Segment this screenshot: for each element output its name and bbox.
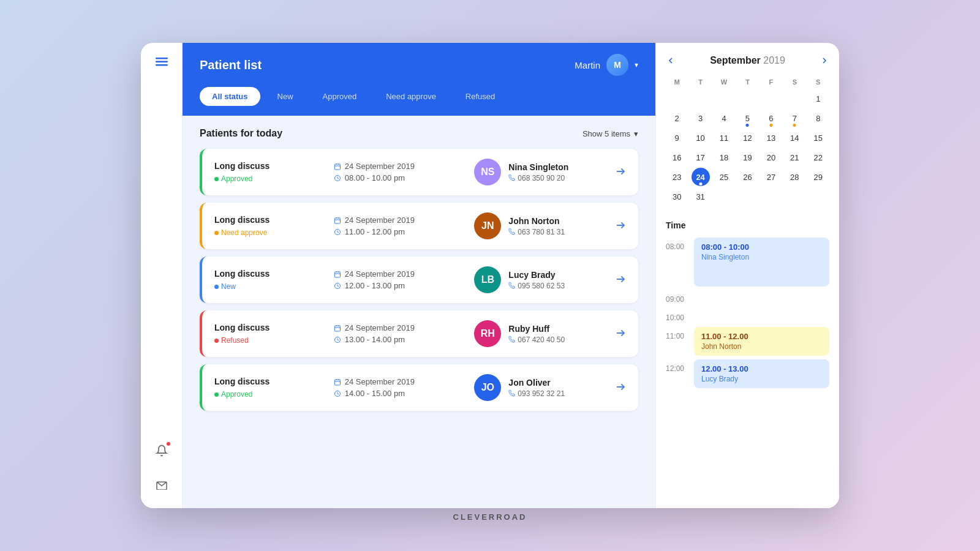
svg-rect-0 bbox=[156, 58, 168, 59]
tab-all-status[interactable]: All status bbox=[200, 87, 260, 106]
patient-arrow-button[interactable] bbox=[615, 328, 626, 340]
time-placeholder bbox=[694, 290, 829, 305]
calendar-day[interactable]: 31 bbox=[692, 187, 710, 206]
time-section: Time 08:00 08:00 - 10:00 Nina Singleton … bbox=[666, 220, 829, 392]
calendar-prev-button[interactable] bbox=[666, 56, 676, 66]
status-dot bbox=[214, 231, 219, 235]
time-event[interactable]: 12.00 - 13.00 Lucy Brady bbox=[694, 359, 829, 388]
show-items-button[interactable]: Show 5 items ▾ bbox=[582, 129, 638, 138]
patient-arrow-button[interactable] bbox=[615, 166, 626, 179]
user-menu[interactable]: Martin M ▾ bbox=[575, 54, 638, 76]
calendar-day[interactable]: 9 bbox=[668, 129, 686, 147]
calendar-day[interactable]: 21 bbox=[785, 148, 804, 167]
calendar-day[interactable]: 14 bbox=[785, 129, 804, 147]
svg-rect-28 bbox=[334, 380, 340, 385]
patient-card[interactable]: Long discuss Need approve 24 September 2… bbox=[200, 203, 638, 249]
calendar-day[interactable]: 5 bbox=[738, 109, 756, 127]
card-datetime: 24 September 2019 12.00 - 13.00 pm bbox=[334, 269, 462, 290]
calendar-day[interactable]: 25 bbox=[715, 168, 733, 186]
calendar-day[interactable]: 6 bbox=[762, 109, 780, 127]
calendar-day[interactable]: 19 bbox=[738, 148, 756, 167]
tab-new[interactable]: New bbox=[265, 87, 306, 106]
avatar: M bbox=[606, 54, 628, 76]
time-event[interactable]: 08:00 - 10:00 Nina Singleton bbox=[694, 238, 829, 287]
calendar-day[interactable]: 15 bbox=[809, 129, 827, 147]
calendar-day[interactable]: 16 bbox=[668, 148, 686, 167]
calendar-day[interactable]: 4 bbox=[715, 109, 733, 127]
patient-phone: 063 780 81 31 bbox=[508, 228, 565, 236]
calendar-day[interactable]: 27 bbox=[762, 168, 780, 186]
menu-icon[interactable] bbox=[156, 55, 168, 69]
calendar-day[interactable]: 23 bbox=[668, 168, 686, 186]
card-time: 14.00 - 15.00 pm bbox=[334, 389, 462, 398]
calendar-day[interactable]: 28 bbox=[785, 168, 804, 186]
calendar-header: September 2019 bbox=[666, 55, 829, 66]
card-type: Long discuss bbox=[214, 161, 322, 171]
svg-rect-4 bbox=[334, 164, 340, 170]
main-area: Patient list Martin M ▾ All status New A… bbox=[183, 43, 655, 508]
svg-rect-10 bbox=[334, 218, 340, 223]
calendar-day[interactable]: 3 bbox=[692, 109, 710, 127]
calendar-day[interactable]: 30 bbox=[668, 187, 686, 206]
calendar-day[interactable]: 2 bbox=[668, 109, 686, 127]
calendar-day-dot bbox=[746, 124, 749, 127]
time-event-title: 08:00 - 10:00 bbox=[701, 242, 822, 252]
calendar-next-button[interactable] bbox=[820, 56, 829, 66]
tab-approved[interactable]: Approved bbox=[311, 87, 369, 106]
patient-arrow-button[interactable] bbox=[615, 274, 626, 287]
patient-avatar: RH bbox=[474, 320, 501, 347]
card-datetime: 24 September 2019 13.00 - 14.00 pm bbox=[334, 323, 462, 344]
calendar-panel: September 2019 MTWTFSS123456789101112131… bbox=[655, 43, 839, 508]
calendar-day[interactable]: 8 bbox=[809, 109, 827, 127]
calendar-icon bbox=[334, 163, 341, 170]
card-status: Need approve bbox=[214, 228, 322, 237]
notification-icon[interactable] bbox=[151, 440, 173, 462]
patient-arrow-button[interactable] bbox=[615, 220, 626, 233]
status-text: New bbox=[221, 282, 236, 291]
calendar-day[interactable]: 11 bbox=[715, 129, 733, 147]
card-patient: RH Ruby Huff 067 420 40 50 bbox=[474, 320, 603, 347]
calendar-day[interactable]: 17 bbox=[692, 148, 710, 167]
patient-name: Nina Singleton bbox=[508, 162, 568, 172]
card-info: Long discuss Need approve bbox=[214, 215, 322, 237]
schedule-rows: 08:00 08:00 - 10:00 Nina Singleton 09:00… bbox=[666, 238, 829, 388]
card-info: Long discuss Approved bbox=[214, 161, 322, 183]
calendar-day[interactable]: 18 bbox=[715, 148, 733, 167]
calendar-day[interactable]: 10 bbox=[692, 129, 710, 147]
card-type: Long discuss bbox=[214, 377, 322, 386]
patient-card[interactable]: Long discuss Approved 24 September 2019 … bbox=[200, 364, 638, 411]
tab-need-approve[interactable]: Need approve bbox=[374, 87, 448, 106]
calendar-empty-cell bbox=[713, 89, 735, 108]
status-dot bbox=[214, 392, 219, 397]
calendar-day[interactable]: 12 bbox=[738, 129, 756, 147]
card-date: 24 September 2019 bbox=[334, 323, 462, 332]
time-event-title: 11.00 - 12.00 bbox=[701, 332, 822, 341]
time-event-person: Lucy Brady bbox=[701, 375, 822, 383]
card-datetime: 24 September 2019 11.00 - 12.00 pm bbox=[334, 216, 462, 236]
card-datetime: 24 September 2019 14.00 - 15.00 pm bbox=[334, 377, 462, 398]
patient-card[interactable]: Long discuss Approved 24 September 2019 … bbox=[200, 149, 638, 195]
patient-card[interactable]: Long discuss New 24 September 2019 12.00… bbox=[200, 257, 638, 303]
time-row: 12:00 12.00 - 13.00 Lucy Brady bbox=[666, 359, 829, 388]
patient-arrow-button[interactable] bbox=[615, 381, 626, 394]
calendar-day[interactable]: 13 bbox=[762, 129, 780, 147]
status-text: Need approve bbox=[221, 228, 267, 237]
calendar-day[interactable]: 26 bbox=[738, 168, 756, 186]
svg-rect-22 bbox=[334, 326, 340, 331]
mail-icon[interactable] bbox=[151, 474, 173, 496]
calendar-day[interactable]: 20 bbox=[762, 148, 780, 167]
tab-refused[interactable]: Refused bbox=[453, 87, 507, 106]
time-event[interactable]: 11.00 - 12.00 John Norton bbox=[694, 327, 829, 356]
calendar-icon bbox=[334, 324, 341, 332]
calendar-day[interactable]: 24 bbox=[692, 168, 710, 186]
patient-avatar: JN bbox=[474, 212, 501, 239]
card-patient: JO Jon Oliver 093 952 32 21 bbox=[474, 374, 603, 401]
card-type: Long discuss bbox=[214, 323, 322, 332]
calendar-day[interactable]: 1 bbox=[809, 89, 827, 108]
time-event-person: John Norton bbox=[701, 342, 822, 351]
patient-card[interactable]: Long discuss Refused 24 September 2019 1… bbox=[200, 310, 638, 357]
calendar-day[interactable]: 7 bbox=[785, 109, 804, 127]
patient-phone: 068 350 90 20 bbox=[508, 174, 568, 182]
calendar-day[interactable]: 29 bbox=[809, 168, 827, 186]
calendar-day[interactable]: 22 bbox=[809, 148, 827, 167]
